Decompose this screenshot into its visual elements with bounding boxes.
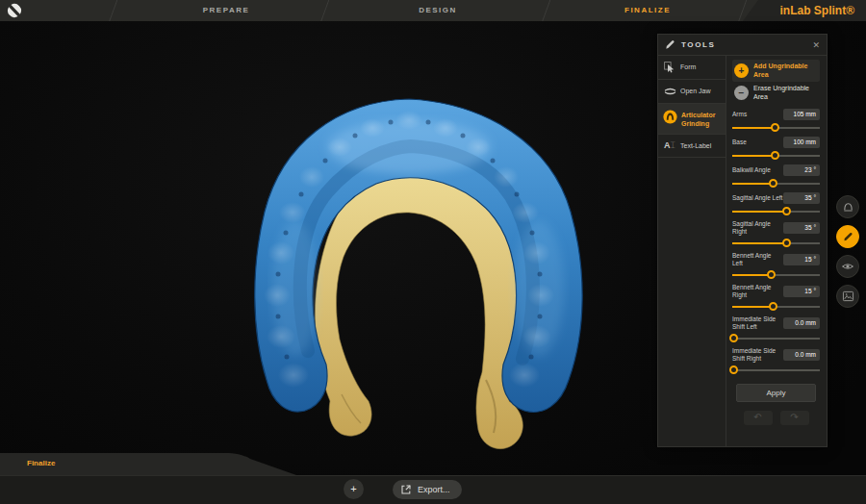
slider[interactable] (732, 123, 820, 132)
app-window: PREPARE DESIGN FINALIZE inLab Splint® (0, 0, 866, 504)
tools-panel: TOOLS ✕ Form (657, 34, 828, 447)
tool-options: + Add Ungrindable Area − Erase Ungrindab… (726, 56, 827, 446)
slider[interactable] (732, 207, 820, 215)
slider-label: Immediate Side Shift Left (732, 315, 783, 331)
app-title: inLab Splint® (779, 0, 854, 21)
slider[interactable] (732, 239, 820, 247)
slider-value[interactable]: 23 ° (783, 164, 820, 176)
nav-divider (318, 0, 333, 21)
tool-item-text-label[interactable]: A⌶ Text-Label (658, 135, 726, 158)
slider-label: Base (732, 139, 747, 146)
close-icon[interactable]: ✕ (812, 40, 820, 50)
add-view-button[interactable]: + (344, 479, 364, 499)
history-buttons: ↶ ↷ (732, 411, 820, 425)
view-toolbar (835, 195, 860, 308)
visibility-button[interactable] (836, 255, 859, 278)
slider-label: Bennett Angle Right (732, 284, 783, 299)
phase-tab-finalize[interactable]: Finalize (27, 459, 55, 467)
tool-item-label: Open Jaw (680, 86, 711, 96)
slider-value[interactable]: 35 ° (783, 222, 820, 234)
slider-group-sagittal-angle-right: Sagittal Angle Right 35 ° (732, 220, 820, 247)
snapshot-button[interactable] (836, 285, 859, 308)
add-ungrindable-area-button[interactable]: + Add Ungrindable Area (732, 60, 820, 82)
slider-label: Balkwill Angle (732, 166, 771, 174)
redo-button[interactable]: ↷ (780, 411, 809, 425)
slider-group-immediate-side-shift-right: Immediate Side Shift Right 0.0 mm (732, 347, 820, 374)
tools-panel-header: TOOLS ✕ (658, 35, 827, 56)
slider-group-bennett-angle-left: Bennett Angle Left 15 ° (732, 252, 820, 279)
slider-value[interactable]: 105 mm (783, 109, 820, 120)
slider-value[interactable]: 15 ° (783, 254, 820, 265)
minus-circle-icon: − (734, 86, 749, 100)
dentsply-sirona-logo-icon (7, 3, 22, 18)
slider[interactable] (732, 151, 820, 160)
area-button-label: Erase Ungrindable Area (753, 85, 818, 101)
tab-finalize[interactable]: FINALIZE (590, 0, 705, 21)
image-icon (842, 290, 854, 302)
slider-group-immediate-side-shift-left: Immediate Side Shift Left 0.0 mm (732, 315, 820, 342)
eye-icon (841, 261, 854, 272)
tool-item-label: Articulator Grinding (681, 110, 723, 128)
undo-button[interactable]: ↶ (744, 411, 773, 425)
slider-label: Immediate Side Shift Right (732, 347, 783, 363)
slider-label: Sagittal Angle Right (732, 220, 783, 236)
nav-divider (106, 0, 121, 21)
apply-button[interactable]: Apply (736, 384, 816, 402)
slider-group-arms: Arms 105 mm (732, 109, 820, 132)
tab-prepare[interactable]: PREPARE (168, 0, 284, 21)
jaw-model-button[interactable] (836, 195, 859, 218)
slider[interactable] (732, 179, 820, 188)
nav-divider (539, 0, 554, 21)
tool-item-form[interactable]: Form (658, 56, 726, 80)
slider[interactable] (732, 270, 820, 279)
erase-ungrindable-area-button[interactable]: − Erase Ungrindable Area (732, 82, 820, 104)
slider-value[interactable]: 100 mm (783, 137, 820, 148)
tool-list: Form Open Jaw (658, 56, 726, 446)
splint-jaw-model[interactable] (216, 91, 621, 462)
articulator-grinding-icon (663, 110, 677, 124)
slider-label: Arms (732, 111, 747, 118)
slider[interactable] (732, 302, 820, 311)
pencil-icon (842, 231, 853, 242)
tool-item-label: Text-Label (680, 140, 711, 151)
edit-tools-button[interactable] (836, 225, 859, 248)
slider-group-bennett-angle-right: Bennett Angle Right 15 ° (732, 284, 820, 311)
tools-panel-title: TOOLS (681, 40, 812, 49)
slider[interactable] (732, 365, 820, 374)
slider[interactable] (732, 334, 820, 342)
area-button-label: Add Ungrindable Area (753, 63, 818, 79)
slider-label: Bennett Angle Left (732, 252, 783, 267)
slider-value[interactable]: 0.0 mm (783, 349, 820, 361)
tool-item-label: Form (680, 62, 696, 72)
tool-item-open-jaw[interactable]: Open Jaw (658, 80, 726, 104)
tab-design[interactable]: DESIGN (380, 0, 496, 21)
export-label: Export... (418, 485, 450, 494)
redo-icon: ↷ (790, 412, 798, 422)
slider-value[interactable]: 15 ° (783, 286, 820, 297)
slider-value[interactable]: 0.0 mm (783, 317, 820, 329)
undo-icon: ↶ (753, 412, 761, 422)
plus-circle-icon: + (734, 63, 749, 78)
slider-label: Sagittal Angle Left (732, 194, 782, 202)
slider-group-sagittal-angle-left: Sagittal Angle Left 35 ° (732, 192, 820, 215)
tool-item-articulator-grinding[interactable]: Articulator Grinding (658, 104, 726, 135)
export-icon (400, 484, 412, 495)
export-button[interactable]: Export... (393, 480, 462, 499)
slider-group-balkwill-angle: Balkwill Angle 23 ° (732, 164, 820, 188)
text-label-icon: A⌶ (663, 140, 676, 151)
slider-group-base: Base 100 mm (732, 137, 820, 160)
top-nav-bar: PREPARE DESIGN FINALIZE inLab Splint® (0, 0, 866, 21)
tools-icon (665, 39, 675, 50)
slider-value[interactable]: 35 ° (783, 192, 820, 204)
form-icon (663, 62, 676, 73)
jaw-model-icon (842, 201, 854, 214)
open-jaw-icon (663, 86, 676, 97)
